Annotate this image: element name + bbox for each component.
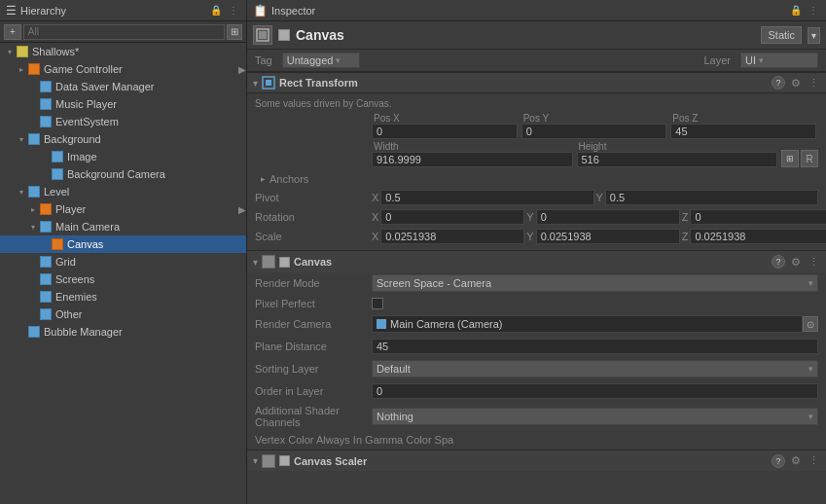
tree-item-bubble-manager[interactable]: Bubble Manager — [0, 323, 246, 341]
anchors-row[interactable]: ▸ Anchors — [255, 169, 818, 189]
canvas-comp-settings[interactable]: ⚙ — [789, 255, 803, 269]
scale-xyz: X Y Z — [372, 229, 826, 244]
hierarchy-toolbar: + ⊞ — [0, 21, 246, 43]
canvas-comp-help[interactable]: ? — [772, 255, 785, 269]
scene-label: Shallows* — [32, 46, 79, 57]
mp-label: Music Player — [55, 98, 117, 110]
canvas-active-checkbox[interactable] — [278, 29, 290, 41]
tree-item-grid[interactable]: Grid — [0, 253, 246, 270]
tree-item-game-controller[interactable]: Game Controller ▶ — [0, 60, 246, 78]
pivot-y-input[interactable] — [605, 190, 818, 205]
pos-row: Pos X Pos Y Pos Z — [255, 113, 818, 139]
scene-root[interactable]: Shallows* — [0, 43, 246, 60]
pivot-x-input[interactable] — [380, 190, 593, 205]
tree-item-main-camera[interactable]: Main Camera — [0, 218, 246, 235]
tree-item-data-saver[interactable]: Data Saver Manager — [0, 78, 246, 95]
pivot-y-label: Y — [596, 192, 603, 203]
layer-dropdown[interactable]: UI ▾ — [740, 53, 818, 68]
shader-channels-dropdown[interactable]: Nothing ▾ — [372, 408, 818, 425]
canvas-scaler-help[interactable]: ? — [772, 454, 785, 468]
pixel-perfect-checkbox[interactable] — [372, 298, 383, 309]
tree-item-canvas[interactable]: Canvas — [0, 235, 246, 253]
hierarchy-title: Hierarchy — [20, 5, 205, 17]
canvas-scaler-settings[interactable]: ⚙ — [789, 454, 803, 468]
vertex-color-row: Vertex Color Always In Gamma Color Spa — [247, 432, 826, 448]
sorting-layer-arrow: ▾ — [808, 364, 813, 374]
es-label: EventSystem — [55, 116, 119, 127]
search-input[interactable] — [23, 24, 225, 40]
tree-item-screens[interactable]: Screens — [0, 270, 246, 288]
canvas-scaler-checkbox[interactable] — [279, 455, 290, 466]
tree-item-enemies[interactable]: Enemies — [0, 288, 246, 306]
rot-x-input[interactable] — [380, 209, 524, 225]
height-input[interactable] — [577, 152, 778, 167]
reset-btn[interactable]: R — [801, 150, 818, 167]
rot-z-input[interactable] — [690, 209, 826, 225]
static-dropdown[interactable]: ▾ — [808, 27, 820, 44]
rect-transform-settings[interactable]: ⚙ — [789, 76, 803, 90]
canvas-scaler-icon — [262, 454, 275, 468]
pos-y-input[interactable] — [521, 124, 667, 139]
tree-item-background[interactable]: Background — [0, 130, 246, 148]
shader-channels-label: Additional Shader Channels — [255, 405, 372, 428]
tree-item-music-player[interactable]: Music Player — [0, 95, 246, 113]
tree-item-background-camera[interactable]: Background Camera — [0, 165, 246, 183]
render-camera-target[interactable]: ⊙ — [803, 316, 818, 332]
inspector-header: 📋 Inspector 🔒 ⋮ — [247, 0, 826, 21]
filter-button[interactable]: ⊞ — [227, 24, 242, 40]
render-mode-arrow: ▾ — [808, 278, 813, 288]
inspector-menu-icon[interactable]: ⋮ — [807, 4, 820, 18]
anchor-grid-btn[interactable]: ⊞ — [781, 150, 799, 167]
tree-item-other[interactable]: Other — [0, 306, 246, 323]
scale-z-input[interactable] — [690, 229, 826, 244]
canvas-tree-label: Canvas — [67, 238, 103, 250]
gc-label: Game Controller — [44, 63, 123, 75]
rot-y-input[interactable] — [536, 209, 680, 225]
scale-x-input[interactable] — [380, 229, 524, 244]
bm-label: Bubble Manager — [44, 326, 123, 338]
add-button[interactable]: + — [4, 24, 21, 40]
player-label: Player — [55, 203, 86, 215]
shader-channels-value: Nothing — [377, 411, 413, 422]
canvas-scaler-more[interactable]: ⋮ — [807, 454, 820, 468]
sorting-layer-dropdown[interactable]: Default ▾ — [372, 360, 818, 378]
plane-distance-label: Plane Distance — [255, 341, 372, 352]
tag-dropdown[interactable]: Untagged ▾ — [282, 53, 360, 68]
render-mode-value: Screen Space - Camera — [377, 277, 491, 289]
pivot-label: Pivot — [255, 192, 372, 203]
inspector-content: Canvas Static ▾ Tag Untagged ▾ Layer UI … — [247, 21, 826, 504]
static-button[interactable]: Static — [761, 26, 802, 44]
other-icon — [39, 307, 53, 321]
render-mode-dropdown[interactable]: Screen Space - Camera ▾ — [372, 274, 818, 292]
hierarchy-lock-icon[interactable]: 🔒 — [209, 4, 223, 18]
anchors-arrow: ▸ — [261, 174, 266, 184]
scale-y-input[interactable] — [536, 229, 680, 244]
tree-item-image[interactable]: Image — [0, 148, 246, 165]
plane-distance-row: Plane Distance — [247, 337, 826, 356]
order-in-layer-input[interactable] — [372, 383, 818, 399]
rect-transform-more[interactable]: ⋮ — [807, 76, 820, 90]
tree-item-player[interactable]: Player ▶ — [0, 200, 246, 218]
rect-transform-help[interactable]: ? — [772, 76, 785, 90]
canvas-scaler-section-header[interactable]: ▾ Canvas Scaler ? ⚙ ⋮ — [247, 450, 826, 471]
width-input[interactable] — [372, 152, 573, 167]
hierarchy-icon: ☰ — [6, 4, 17, 18]
height-col: Height — [577, 141, 780, 167]
canvas-object-icon — [253, 25, 272, 45]
canvas-component-header[interactable]: ▾ Canvas ? ⚙ ⋮ — [247, 251, 826, 272]
canvas-comp-title: Canvas — [294, 256, 768, 268]
rect-transform-section-header[interactable]: ▾ Rect Transform ? ⚙ ⋮ — [247, 72, 826, 93]
plane-distance-input[interactable] — [372, 339, 818, 354]
pos-z-input[interactable] — [670, 124, 816, 139]
canvas-component-section: ▾ Canvas ? ⚙ ⋮ Render Mode Screen Space … — [247, 250, 826, 448]
inspector-lock-icon[interactable]: 🔒 — [789, 4, 803, 18]
tree-item-level[interactable]: Level — [0, 183, 246, 200]
tree-item-event-system[interactable]: EventSystem — [0, 113, 246, 130]
rotation-label: Rotation — [255, 211, 372, 223]
gc-arrow — [16, 63, 27, 75]
canvas-comp-more[interactable]: ⋮ — [807, 255, 820, 269]
hierarchy-menu-icon[interactable]: ⋮ — [227, 4, 240, 18]
pos-x-input[interactable] — [372, 124, 518, 139]
dsm-icon — [39, 80, 53, 93]
canvas-comp-checkbox[interactable] — [279, 257, 290, 268]
